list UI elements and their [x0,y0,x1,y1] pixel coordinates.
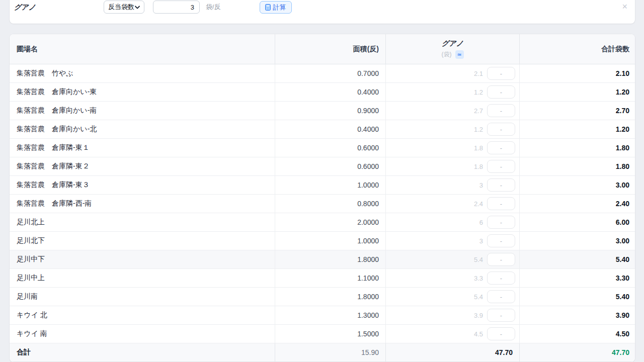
guano-computed-value: 5.4 [474,293,483,301]
area-cell: 0.6000 [275,139,386,157]
rate-type-select[interactable]: 反当袋数 [104,1,144,14]
field-name-cell: 集落営農 倉庫隣-東２ [10,157,275,175]
guano-override-input[interactable] [487,234,515,247]
area-cell: 1.0000 [275,176,386,194]
guano-cell: 3 [386,232,520,250]
guano-cell: 2.7 [386,102,520,120]
field-name-cell: 集落営農 倉庫向かい-北 [10,120,275,138]
table-row: 集落営農 倉庫向かい-南 0.9000 2.7 2.70 [10,102,635,120]
calculate-button[interactable]: 計算 [260,1,292,14]
guano-cell: 1.8 [386,139,520,157]
field-name-cell: 集落営農 倉庫隣-東３ [10,176,275,194]
guano-cell: 1.8 [386,157,520,175]
total-bags-cell: 3.00 [520,232,635,250]
total-bags-cell: 1.80 [520,157,635,175]
toolbar-title: グアノ [14,1,36,14]
table-header-row: 圃場名 面積(反) グアノ (袋) ≃ 合計袋数 [10,34,635,64]
field-name-cell: 集落営農 竹やぶ [10,64,275,82]
guano-computed-value: 3.9 [474,312,483,319]
guano-override-input[interactable] [487,160,515,173]
guano-override-input[interactable] [487,67,515,80]
fields-table: 圃場名 面積(反) グアノ (袋) ≃ 合計袋数 集落営農 竹やぶ 0.7000… [10,34,635,362]
table-row: 集落営農 竹やぶ 0.7000 2.1 2.10 [10,64,635,83]
field-name-cell: 足川北下 [10,232,275,250]
guano-computed-value: 3.3 [474,275,483,282]
guano-cell: 5.4 [386,250,520,268]
total-bags-cell: 2.70 [520,102,635,120]
table-footer-row: 合計 15.90 47.70 47.70 [10,343,635,362]
bags-per-tan-input[interactable] [153,1,200,14]
total-bags-cell: 3.00 [520,176,635,194]
header-guano-title: グアノ [442,39,463,48]
guano-cell: 3.9 [386,306,520,324]
table-row: 集落営農 倉庫隣-東３ 1.0000 3 3.00 [10,176,635,195]
area-cell: 1.8000 [275,250,386,268]
guano-override-input[interactable] [487,141,515,154]
fertilizer-toolbar: グアノ 反当袋数 袋/反 計算 × [10,0,635,24]
table-row: 足川北上 2.0000 6 6.00 [10,213,635,232]
guano-computed-value: 4.5 [474,330,483,338]
field-name-cell: 足川北上 [10,213,275,231]
guano-computed-value: 5.4 [474,256,483,263]
table-row: 集落営農 倉庫向かい-東 0.4000 1.2 1.20 [10,83,635,102]
header-area: 面積(反) [275,34,386,64]
guano-override-input[interactable] [487,253,515,266]
field-name-cell: 集落営農 倉庫向かい-南 [10,102,275,120]
calculator-icon [265,4,271,11]
header-guano-unit: (袋) [442,50,452,59]
guano-approx-badge[interactable]: ≃ [455,50,464,59]
footer-area-total: 15.90 [275,343,386,361]
table-row: 足川中下 1.8000 5.4 5.40 [10,250,635,269]
area-cell: 0.8000 [275,195,386,213]
total-bags-cell: 2.10 [520,64,635,82]
total-bags-cell: 1.20 [520,83,635,101]
guano-override-input[interactable] [487,197,515,210]
field-name-cell: 集落営農 倉庫隣-東１ [10,139,275,157]
total-bags-cell: 3.30 [520,269,635,287]
table-row: 集落営農 倉庫隣-西-南 0.8000 2.4 2.40 [10,195,635,213]
guano-cell: 2.4 [386,195,520,213]
footer-bags-total: 47.70 [520,343,635,361]
area-cell: 0.9000 [275,102,386,120]
table-row: 集落営農 倉庫向かい-北 0.4000 1.2 1.20 [10,120,635,139]
total-bags-cell: 6.00 [520,213,635,231]
guano-override-input[interactable] [487,216,515,229]
total-bags-cell: 4.50 [520,325,635,343]
guano-cell: 4.5 [386,325,520,343]
field-name-cell: 集落営農 倉庫隣-西-南 [10,195,275,213]
header-field-name: 圃場名 [10,34,275,64]
area-cell: 1.5000 [275,325,386,343]
guano-override-input[interactable] [487,272,515,285]
area-cell: 1.1000 [275,269,386,287]
footer-label: 合計 [10,343,275,361]
guano-computed-value: 6 [479,219,483,226]
guano-cell: 1.2 [386,120,520,138]
header-guano: グアノ (袋) ≃ [386,34,520,64]
guano-override-input[interactable] [487,327,515,340]
guano-override-input[interactable] [487,290,515,303]
guano-computed-value: 1.2 [474,88,483,96]
guano-override-input[interactable] [487,178,515,192]
field-name-cell: 集落営農 倉庫向かい-東 [10,83,275,101]
guano-computed-value: 1.8 [474,144,483,152]
guano-override-input[interactable] [487,123,515,136]
header-total-bags: 合計袋数 [520,34,635,64]
total-bags-cell: 3.90 [520,306,635,324]
table-row: 集落営農 倉庫隣-東２ 0.6000 1.8 1.80 [10,157,635,176]
table-row: キウイ 南 1.5000 4.5 4.50 [10,325,635,343]
footer-guano-total: 47.70 [386,343,520,361]
total-bags-cell: 1.80 [520,139,635,157]
total-bags-cell: 1.20 [520,120,635,138]
area-cell: 0.7000 [275,64,386,82]
guano-computed-value: 2.7 [474,107,483,115]
guano-override-input[interactable] [487,309,515,322]
guano-override-input[interactable] [487,104,515,117]
guano-override-input[interactable] [487,85,515,99]
guano-cell: 3 [386,176,520,194]
close-icon[interactable]: × [622,1,627,13]
area-cell: 0.4000 [275,120,386,138]
guano-computed-value: 2.4 [474,200,483,208]
guano-computed-value: 1.2 [474,126,483,133]
field-name-cell: キウイ 北 [10,306,275,324]
table-row: 足川北下 1.0000 3 3.00 [10,232,635,250]
